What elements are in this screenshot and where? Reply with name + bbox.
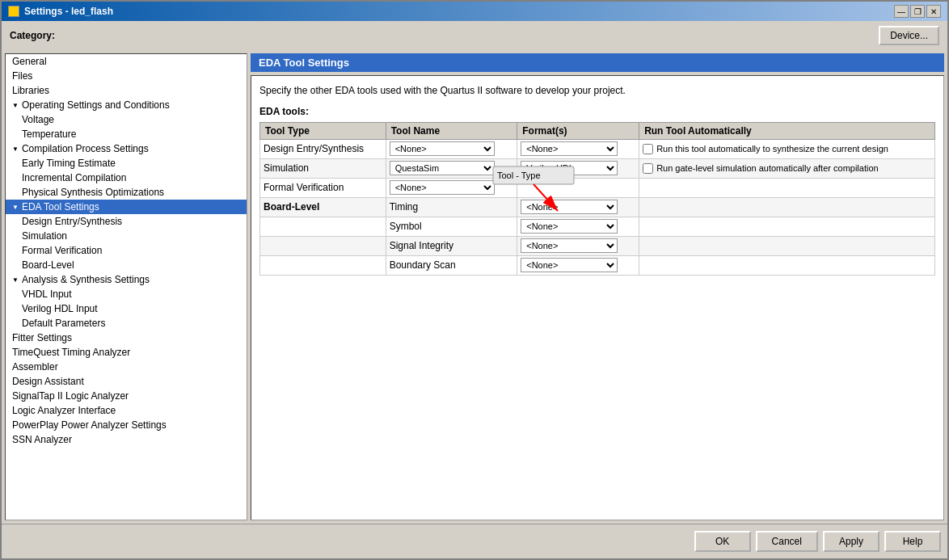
board-level-signal-label: Signal Integrity [386,236,517,255]
sidebar-item-eda-tool-settings[interactable]: ▼ EDA Tool Settings [6,200,247,214]
board-level-boundary-select[interactable]: <None> [521,258,618,272]
main-content: General Files Libraries ▼ Operating Sett… [2,50,947,524]
sidebar-item-label: PowerPlay Power Analyzer Settings [12,419,167,431]
sidebar-item-general[interactable]: General [6,54,247,69]
device-button[interactable]: Device... [879,26,939,45]
panel-header: EDA Tool Settings [251,53,944,72]
sidebar-item-label: Temperature [22,128,76,140]
sidebar-item-design-entry-synthesis[interactable]: Design Entry/Synthesis [6,214,247,229]
sidebar-item-label: TimeQuest Timing Analyzer [12,347,130,358]
expand-icon: ▼ [12,145,19,153]
sidebar-item-label: Fitter Settings [12,332,72,343]
tool-name-design-entry-select[interactable]: <None> [390,141,495,156]
sidebar-item-formal-verification[interactable]: Formal Verification [6,243,247,258]
formal-verification-tool-name[interactable]: <None> [390,180,495,195]
title-bar: Settings - led_flash — ❐ ✕ [2,2,947,21]
board-level-symbol-select[interactable]: <None> [521,219,618,234]
board-level-boundary-label: Boundary Scan [386,255,517,275]
sidebar-item-label: Design Entry/Synthesis [22,216,122,227]
window-title: Settings - led_flash [24,6,113,17]
sidebar-item-analysis-synthesis-settings[interactable]: ▼ Analysis & Synthesis Settings [6,272,247,287]
sidebar-item-label: Assembler [12,361,58,373]
sidebar-item-operating-settings[interactable]: ▼ Operating Settings and Conditions [6,98,247,112]
board-level-timing-select[interactable]: <None> [521,200,618,214]
board-level-boundary-name: <None> [517,255,639,275]
board-level-boundary-type [260,255,386,275]
category-bar: Category: Device... [2,21,947,50]
format-design-entry-select[interactable]: <None> [521,141,618,156]
board-level-label: Board-Level [264,201,319,213]
board-level-symbol-auto [639,217,935,236]
sidebar-item-label: Voltage [22,114,54,125]
close-button[interactable]: ✕ [926,5,941,18]
sidebar-item-simulation[interactable]: Simulation [6,229,247,243]
sidebar-item-logic-analyzer-interface[interactable]: Logic Analyzer Interface [6,403,247,418]
sidebar-item-verilog-hdl-input[interactable]: Verilog HDL Input [6,301,247,316]
board-level-signal-select[interactable]: <None> [521,238,618,253]
sidebar-item-design-assistant[interactable]: Design Assistant [6,374,247,389]
main-window: Settings - led_flash — ❐ ✕ Category: Dev… [0,0,949,560]
sidebar-item-files[interactable]: Files [6,69,247,83]
auto-simulation-checkbox[interactable] [643,163,653,174]
sidebar-item-voltage[interactable]: Voltage [6,112,247,127]
settings-icon [8,6,19,17]
sidebar-item-compilation-process[interactable]: ▼ Compilation Process Settings [6,141,247,156]
sidebar-item-label: Operating Settings and Conditions [22,99,170,111]
right-panel-wrapper: EDA Tool Settings Specify the other EDA … [251,53,944,520]
sidebar-item-ssn-analyzer[interactable]: SSN Analyzer [6,432,247,447]
cancel-button[interactable]: Cancel [756,531,818,552]
sidebar-item-default-parameters[interactable]: Default Parameters [6,316,247,331]
sidebar-item-label: Analysis & Synthesis Settings [22,274,150,285]
sidebar-item-label: Verilog HDL Input [22,303,98,314]
sidebar-item-signaltap[interactable]: SignalTap II Logic Analyzer [6,389,247,403]
sidebar-item-label: Incremental Compilation [22,172,126,183]
minimize-button[interactable]: — [894,5,909,18]
auto-design-entry-checkbox[interactable] [643,144,653,154]
sidebar-item-board-level[interactable]: Board-Level [6,258,247,272]
sidebar-item-early-timing[interactable]: Early Timing Estimate [6,156,247,171]
format-simulation-select[interactable]: Verilog HDL <None> VHDL [521,161,618,175]
auto-simulation-label: Run gate-level simulation automatically … [656,163,879,173]
table-row: Design Entry/Synthesis <None> <None> [260,139,935,158]
title-bar-left: Settings - led_flash [8,6,113,17]
sidebar-item-fitter-settings[interactable]: Fitter Settings [6,331,247,345]
table-row: Board-Level Timing <None> [260,197,935,217]
tool-type-simulation: Simulation [260,158,386,178]
format-design-entry-cell: <None> [517,139,639,158]
board-level-boundary-auto [639,255,935,275]
simulation-tool-name[interactable]: QuestaSim <None> ModelSim VCS [390,161,495,175]
col-header-tool-name: Tool Name [386,122,517,139]
ok-button[interactable]: OK [694,531,751,552]
table-row: Symbol <None> [260,217,935,236]
sidebar-item-label: Compilation Process Settings [22,143,149,154]
category-label: Category: [10,30,55,41]
sidebar-item-powerplay[interactable]: PowerPlay Power Analyzer Settings [6,418,247,432]
sidebar-item-label: Files [12,70,32,82]
sidebar-item-label: Early Timing Estimate [22,158,116,169]
board-level-signal-type [260,236,386,255]
sidebar-item-timequest-timing[interactable]: TimeQuest Timing Analyzer [6,345,247,360]
format-simulation-cell: Verilog HDL <None> VHDL [517,158,639,178]
col-header-run-auto: Run Tool Automatically [639,122,935,139]
auto-design-entry-label: Run this tool automatically to synthesiz… [656,144,888,154]
panel-body: Specify the other EDA tools used with th… [251,75,944,520]
sidebar-item-assembler[interactable]: Assembler [6,360,247,374]
sidebar-item-incremental-compilation[interactable]: Incremental Compilation [6,171,247,185]
tool-type-formal-verification: Formal Verification [260,178,386,197]
sidebar-item-label: VHDL Input [22,288,72,300]
board-level-signal-auto [639,236,935,255]
sidebar-item-vhdl-input[interactable]: VHDL Input [6,287,247,301]
board-level-timing-auto [639,197,935,217]
restore-button[interactable]: ❐ [910,5,925,18]
sidebar-item-libraries[interactable]: Libraries [6,83,247,98]
board-level-timing-label: Timing [386,197,517,217]
help-button[interactable]: Help [884,531,941,552]
eda-tools-label: EDA tools: [259,106,935,117]
apply-button[interactable]: Apply [823,531,879,552]
panel-description: Specify the other EDA tools used with th… [259,84,935,98]
sidebar-item-temperature[interactable]: Temperature [6,127,247,141]
sidebar-item-label: Board-Level [22,259,74,271]
table-row: Formal Verification <None> [260,178,935,197]
auto-simulation-cell: Run gate-level simulation automatically … [639,158,935,178]
sidebar-item-physical-synthesis[interactable]: Physical Synthesis Optimizations [6,185,247,200]
